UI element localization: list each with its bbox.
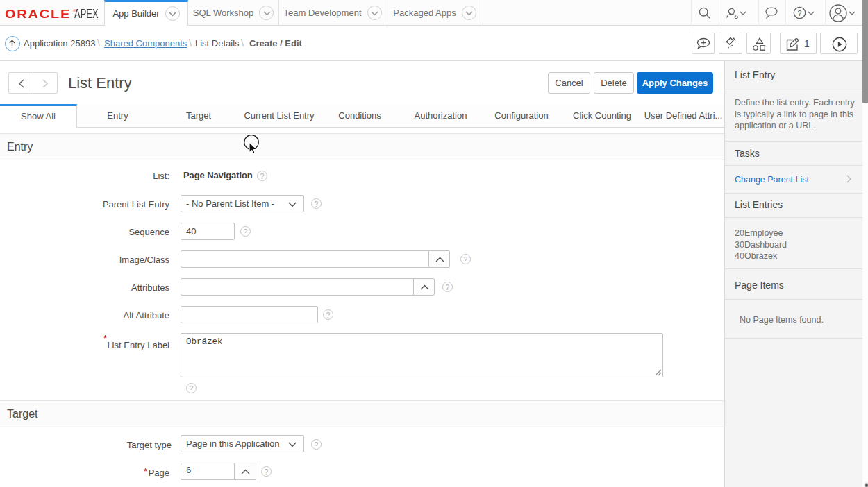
svg-text:?: ? [797, 9, 801, 17]
